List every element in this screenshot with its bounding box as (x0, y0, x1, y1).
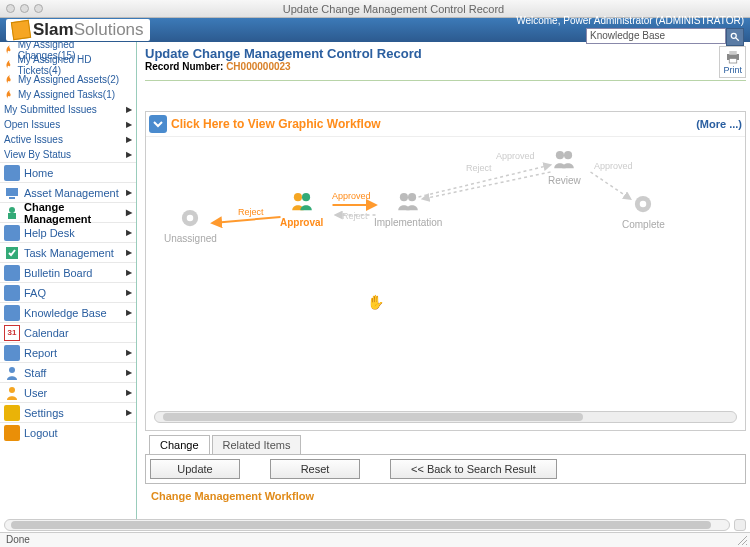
logo-brand: Slam (33, 20, 74, 39)
home-icon (4, 165, 20, 181)
section-title: Change Management Workflow (145, 484, 746, 502)
window-title: Update Change Management Control Record (43, 3, 744, 15)
logo[interactable]: SlamSolutions (6, 19, 150, 41)
print-label: Print (723, 65, 742, 75)
printer-icon (724, 49, 742, 65)
wf-node-label: Unassigned (164, 233, 217, 244)
gear-icon (177, 205, 203, 231)
nav-my-assigned-assets[interactable]: My Assigned Assets(2) (0, 72, 136, 87)
nav-open-issues[interactable]: Open Issues▶ (0, 117, 136, 132)
nav-help-desk[interactable]: Help Desk▶ (0, 222, 136, 242)
nav-home[interactable]: Home (0, 162, 136, 182)
tab-related-items[interactable]: Related Items (212, 435, 302, 454)
nav-change-management[interactable]: Change Management▶ (0, 202, 136, 222)
nav-my-assigned-tasks[interactable]: My Assigned Tasks(1) (0, 87, 136, 102)
nav-label: Asset Management (24, 187, 119, 199)
svg-point-24 (556, 151, 564, 159)
main-content: Update Change Management Control Record … (137, 42, 750, 520)
nav-label: Task Management (24, 247, 114, 259)
wf-node-unassigned[interactable]: Unassigned (164, 205, 217, 244)
nav-label: My Submitted Issues (4, 104, 97, 115)
chevron-right-icon: ▶ (126, 150, 132, 159)
workflow-more-link[interactable]: (More ...) (696, 118, 742, 130)
task-icon (4, 245, 20, 261)
resize-grip-icon[interactable] (736, 534, 748, 546)
collapse-button[interactable] (149, 115, 167, 133)
close-dot[interactable] (6, 4, 15, 13)
browser-hscroll[interactable] (4, 519, 730, 531)
nav-label: Active Issues (4, 134, 63, 145)
people-icon (551, 147, 577, 173)
nav-asset-management[interactable]: Asset Management▶ (0, 182, 136, 202)
wf-node-complete[interactable]: Complete (622, 191, 665, 230)
nav-label: Report (24, 347, 57, 359)
nav-settings[interactable]: Settings▶ (0, 402, 136, 422)
flame-icon (4, 74, 16, 86)
zoom-dot[interactable] (34, 4, 43, 13)
minimize-dot[interactable] (20, 4, 29, 13)
nav-knowledge-base[interactable]: Knowledge Base▶ (0, 302, 136, 322)
nav-label: Logout (24, 427, 58, 439)
workflow-hscroll[interactable] (154, 411, 737, 423)
nav-faq[interactable]: FAQ▶ (0, 282, 136, 302)
workflow-link[interactable]: Click Here to View Graphic Workflow (171, 117, 381, 131)
scroll-thumb[interactable] (163, 413, 583, 421)
nav-label: Knowledge Base (24, 307, 107, 319)
nav-label: User (24, 387, 47, 399)
nav-view-by-status[interactable]: View By Status▶ (0, 147, 136, 162)
back-button[interactable]: << Back to Search Result (390, 459, 557, 479)
welcome-text: Welcome, Power Administrator (ADMINISTRA… (516, 15, 744, 26)
svg-rect-5 (8, 213, 16, 219)
wf-edge-reject: Reject (238, 207, 264, 217)
wf-node-implementation[interactable]: Implementation (374, 189, 442, 228)
report-icon (4, 345, 20, 361)
nav-label: My Assigned HD Tickets(4) (17, 54, 132, 76)
nav-bulletin-board[interactable]: Bulletin Board▶ (0, 262, 136, 282)
reset-button[interactable]: Reset (270, 459, 360, 479)
svg-rect-3 (9, 197, 15, 199)
nav-staff[interactable]: Staff▶ (0, 362, 136, 382)
nav-label: FAQ (24, 287, 46, 299)
nav-label: View By Status (4, 149, 71, 160)
nav-calendar[interactable]: 31Calendar (0, 322, 136, 342)
tab-change[interactable]: Change (149, 435, 210, 454)
chevron-right-icon: ▶ (126, 120, 132, 129)
wf-node-review[interactable]: Review (548, 147, 581, 186)
nav-task-management[interactable]: Task Management▶ (0, 242, 136, 262)
update-button[interactable]: Update (150, 459, 240, 479)
svg-point-7 (9, 367, 15, 373)
nav-active-issues[interactable]: Active Issues▶ (0, 132, 136, 147)
wf-edge-approved: Approved (332, 191, 371, 201)
nav-report[interactable]: Report▶ (0, 342, 136, 362)
svg-point-25 (564, 151, 572, 159)
chevron-right-icon: ▶ (126, 188, 132, 197)
logo-suffix: Solutions (74, 20, 144, 39)
change-icon (4, 205, 20, 221)
browser-scroll-corner (734, 519, 746, 531)
wf-node-approval[interactable]: Approval (280, 189, 323, 228)
svg-point-4 (9, 207, 15, 213)
nav-user[interactable]: User▶ (0, 382, 136, 402)
svg-point-22 (400, 193, 408, 201)
wf-node-label: Review (548, 175, 581, 186)
status-text: Done (6, 534, 30, 545)
chevron-right-icon: ▶ (126, 135, 132, 144)
svg-point-19 (187, 215, 194, 222)
svg-line-1 (736, 37, 739, 40)
flame-icon (4, 89, 16, 101)
chevron-right-icon: ▶ (126, 105, 132, 114)
svg-point-8 (9, 387, 15, 393)
nav-label: My Assigned Tasks(1) (18, 89, 115, 100)
chevron-right-icon: ▶ (126, 208, 132, 217)
window-controls[interactable] (6, 4, 43, 13)
svg-rect-2 (6, 188, 18, 196)
nav-my-submitted[interactable]: My Submitted Issues▶ (0, 102, 136, 117)
nav-logout[interactable]: Logout (0, 422, 136, 442)
helpdesk-icon (4, 225, 20, 241)
workflow-canvas: Unassigned Approval Implementation Revie… (146, 137, 745, 427)
nav-my-assigned-hd[interactable]: My Assigned HD Tickets(4) (0, 57, 136, 72)
wf-edge-approved: Approved (594, 161, 633, 171)
nav-label: Bulletin Board (24, 267, 93, 279)
scroll-thumb[interactable] (11, 521, 711, 529)
print-button[interactable]: Print (719, 46, 746, 78)
